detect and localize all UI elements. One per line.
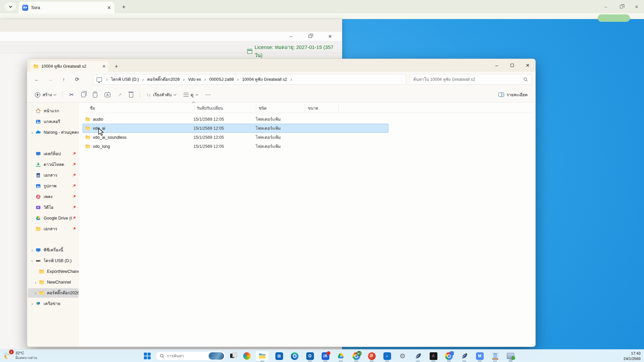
explorer-tab-close-icon[interactable]: ✕ (102, 64, 106, 68)
sidebar-item-newchannel[interactable]: › NewChannel (28, 278, 78, 287)
delete-button[interactable] (126, 89, 136, 101)
chevron-right-icon[interactable]: › (33, 291, 39, 296)
sidebar-item-this-pc[interactable]: › พีซีเครื่องนี้ (28, 245, 78, 255)
file-row-vdo-ai[interactable]: vdo_ai 15/1/2569 12:05 โฟลเดอร์แฟ้ม (83, 124, 388, 133)
sidebar-item-google-drive[interactable]: Google Drive (G: 📍 (28, 214, 78, 223)
tab-close-icon[interactable]: ✕ (107, 5, 111, 10)
dark-a-app-button[interactable]: A (427, 351, 440, 361)
tab-search-button[interactable] (5, 3, 16, 11)
sidebar-label: NewChannel (47, 280, 78, 285)
copilot-button[interactable] (240, 351, 254, 361)
file-explorer-taskbar-button[interactable] (256, 351, 269, 361)
app-restore-button[interactable] (304, 33, 316, 41)
view-button[interactable]: ดู (180, 89, 201, 101)
explorer-new-tab-button[interactable]: + (112, 62, 120, 70)
sidebar-item-videos[interactable]: วิดีโอ 📍 (28, 203, 78, 212)
task-view-button[interactable] (227, 351, 240, 361)
sidebar-item-usb-drive[interactable]: › ไดรฟ์ USB (D:) (28, 256, 78, 265)
taskbar-search[interactable] (155, 351, 226, 361)
column-header-type[interactable]: ชนิด (259, 104, 267, 112)
search-highlight-image[interactable] (209, 352, 224, 360)
sidebar-item-onedrive[interactable]: › Narong - ส่วนบุคคล (28, 128, 78, 137)
sidebar-item-desktop[interactable]: เดสก์ท็อป 📍 (28, 149, 78, 159)
sort-button[interactable]: ↑↓ เรียงลำดับ (143, 89, 179, 101)
explorer-close-button[interactable]: ✕ (520, 59, 535, 72)
microsoft-store-button[interactable]: ⊞ (272, 351, 286, 361)
explorer-minimize-button[interactable]: – (489, 59, 504, 72)
notepad-app-button[interactable] (488, 351, 502, 361)
app-close-button[interactable]: ✕ (324, 33, 336, 41)
forward-button[interactable]: → (45, 75, 55, 84)
explorer-tab[interactable]: 10004 หูฟัง Greatwall s2 ✕ (31, 61, 108, 72)
blue-m-app-button[interactable]: M (473, 351, 486, 361)
chrome-sj-button[interactable]: SJ (350, 351, 363, 361)
red-p-app-button[interactable]: P (365, 351, 378, 361)
breadcrumb-item-sj[interactable]: 0000SJ za88 (209, 77, 234, 82)
breadcrumb-item-course[interactable]: คอร์สติ๊กต๊อก2026 (147, 76, 180, 83)
column-header-name[interactable]: ชื่อ (90, 104, 95, 112)
sidebar-item-home[interactable]: หน้าแรก (28, 106, 78, 116)
browser-close-button[interactable]: ✕ (630, 3, 643, 11)
column-header-date[interactable]: วันที่ปรับเปลี่ยน (197, 104, 223, 112)
taskbar-search-input[interactable] (167, 354, 209, 358)
sidebar-item-downloads[interactable]: ดาวน์โหลด 📍 (28, 160, 78, 169)
refresh-button[interactable]: ⟳ (72, 75, 82, 84)
back-button[interactable]: ← (32, 75, 42, 84)
chevron-right-icon[interactable]: › (29, 301, 35, 306)
explorer-search-box[interactable] (410, 74, 532, 85)
column-header-size[interactable]: ขนาด (308, 104, 318, 112)
rename-button[interactable]: A (102, 89, 113, 101)
explorer-titlebar[interactable]: 10004 หูฟัง Greatwall s2 ✕ + – ✕ (27, 59, 535, 72)
sidebar-item-network[interactable]: › เครือข่าย (28, 299, 78, 308)
sidebar-item-music[interactable]: เพลง 📍 (28, 192, 78, 201)
chevron-right-icon[interactable]: › (29, 130, 35, 135)
browser-minimize-button[interactable]: – (599, 3, 612, 11)
sidebar-item-docs-folder[interactable]: เอกสาร 📍 (28, 224, 78, 234)
this-pc-icon[interactable] (97, 77, 102, 82)
weather-widget[interactable]: 2 32°C มีแดดบางส่วน (3, 351, 37, 360)
breadcrumb[interactable]: › ไดรฟ์ USB (D:) › คอร์สติ๊กต๊อก2026 › V… (93, 74, 406, 85)
browser-restore-button[interactable] (614, 3, 628, 11)
app-minimize-button[interactable]: – (285, 33, 297, 41)
taskbar-clock[interactable]: 17:43 24/1/2569 (624, 351, 641, 361)
sidebar-item-gallery[interactable]: แกลเลอรี (28, 117, 78, 126)
explorer-maximize-button[interactable] (504, 59, 520, 72)
google-drive-button[interactable] (334, 351, 347, 361)
quill-app-2-button[interactable] (458, 351, 471, 361)
browser-new-tab-button[interactable]: + (119, 3, 128, 11)
outlook-button[interactable]: O (303, 351, 317, 361)
details-pane-button[interactable]: รายละเอียด (495, 89, 531, 101)
notification-app-button[interactable]: /A (319, 351, 332, 361)
breadcrumb-item-current[interactable]: 10004 หูฟัง Greatwall s2 (242, 76, 287, 83)
browser-tab-sora[interactable]: Sora ✕ (19, 2, 114, 13)
sidebar-item-documents[interactable]: เอกสาร 📍 (28, 171, 78, 180)
file-row-audio[interactable]: audio 15/1/2569 12:05 โฟลเดอร์แฟ้ม (83, 115, 388, 124)
browser-profile-pill[interactable] (598, 14, 630, 22)
chevron-right-icon[interactable]: › (29, 248, 35, 253)
settings-button[interactable]: ⚙ (396, 351, 409, 361)
file-row-vdo-long[interactable]: vdo_long 15/1/2569 12:05 โฟลเดอร์แฟ้ม (83, 142, 388, 151)
cut-button[interactable]: ✂ (66, 89, 76, 101)
quill-app-button[interactable] (411, 351, 425, 361)
breadcrumb-item-vdoex[interactable]: Vdo ex (188, 77, 201, 82)
more-button[interactable]: ⋯ (202, 89, 214, 101)
explorer-search-input[interactable] (413, 77, 523, 82)
start-button[interactable] (141, 351, 154, 361)
notification-dot (327, 351, 330, 355)
file-row-vdo-ai-soundless[interactable]: vdo_ai_soundless 15/1/2569 12:05 โฟลเดอร… (83, 133, 388, 142)
remote-pc-app-button[interactable] (504, 351, 517, 361)
copy-button[interactable] (78, 89, 89, 101)
blue-corner-app-button[interactable]: ⌐ (380, 351, 394, 361)
chevron-right-icon[interactable]: › (33, 280, 39, 285)
sidebar-item-pictures[interactable]: รูปภาพ 📍 (28, 181, 78, 191)
new-button[interactable]: สร้าง (32, 89, 59, 101)
edge-button[interactable] (288, 351, 301, 361)
sidebar-item-exportnewchanel[interactable]: ExportNewChanel (28, 267, 78, 276)
share-button[interactable]: ↗ (115, 89, 125, 101)
up-button[interactable]: ↑ (59, 75, 69, 84)
paste-button[interactable] (90, 89, 100, 101)
breadcrumb-item-drive[interactable]: ไดรฟ์ USB (D:) (111, 76, 139, 83)
chevron-down-icon[interactable]: › (30, 258, 35, 264)
chrome-overlay-app-button[interactable] (442, 351, 455, 361)
sidebar-item-tiktok2026[interactable]: › คอร์สติ๊กต๊อก2026 (28, 288, 78, 298)
